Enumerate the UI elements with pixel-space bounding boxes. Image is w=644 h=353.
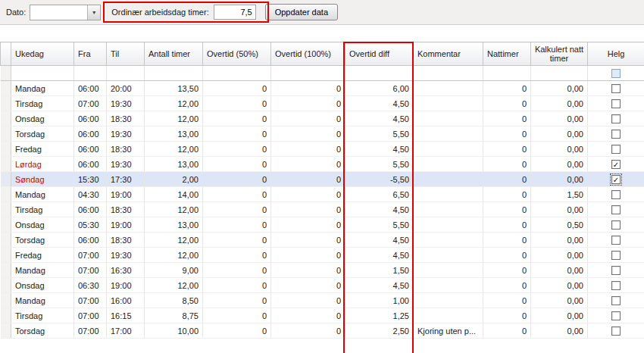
cell-ukedag[interactable]: Tirsdag <box>11 308 74 323</box>
cell-kommentar[interactable] <box>414 293 483 308</box>
cell-nattimer[interactable]: 0 <box>483 81 531 96</box>
cell-nattimer[interactable]: 0 <box>483 217 531 233</box>
cell-ot50[interactable]: 0 <box>203 248 271 263</box>
table-row[interactable]: Lørdag06:0019:3013,00005,5000,00✓ <box>1 157 644 172</box>
helg-checkbox[interactable] <box>611 145 621 154</box>
ordinaer-timer-input[interactable] <box>214 5 256 20</box>
cell-til[interactable]: 20:00 <box>107 81 145 96</box>
cell-nattimer[interactable]: 0 <box>483 187 531 202</box>
cell-kalk[interactable]: 0,00 <box>531 81 588 96</box>
filter-til[interactable] <box>107 66 145 81</box>
cell-otdiff[interactable]: 6,00 <box>345 81 414 96</box>
cell-kalk[interactable]: 0,00 <box>531 293 588 308</box>
cell-fra[interactable]: 06:00 <box>74 202 107 217</box>
cell-ot100[interactable]: 0 <box>271 248 345 263</box>
cell-ukedag[interactable]: Torsdag <box>11 323 74 339</box>
cell-ot50[interactable]: 0 <box>203 157 271 172</box>
cell-fra[interactable]: 07:00 <box>74 293 107 308</box>
table-row[interactable]: Fredag06:0018:3012,00004,5000,00 <box>1 142 644 157</box>
row-selector[interactable] <box>1 278 11 293</box>
cell-ukedag[interactable]: Mandag <box>11 81 74 96</box>
cell-til[interactable]: 19:30 <box>107 96 145 111</box>
cell-fra[interactable]: 06:00 <box>74 233 107 248</box>
cell-helg[interactable] <box>588 217 644 233</box>
cell-kommentar[interactable] <box>414 202 483 217</box>
cell-antall[interactable]: 13,50 <box>145 81 203 96</box>
cell-helg[interactable] <box>588 323 644 339</box>
table-row[interactable]: Mandag04:3019:0014,00006,5001,50 <box>1 187 644 202</box>
cell-antall[interactable]: 12,00 <box>145 142 203 157</box>
cell-nattimer[interactable]: 0 <box>483 202 531 217</box>
cell-til[interactable]: 19:00 <box>107 187 145 202</box>
row-selector[interactable] <box>1 293 11 308</box>
cell-til[interactable]: 19:00 <box>107 278 145 293</box>
cell-antall[interactable]: 12,00 <box>145 233 203 248</box>
cell-ukedag[interactable]: Lørdag <box>11 157 74 172</box>
table-row[interactable]: Mandag06:0020:0013,50006,0000,00 <box>1 81 644 96</box>
row-selector[interactable] <box>1 202 11 217</box>
row-selector[interactable] <box>1 248 11 263</box>
filter-fra[interactable] <box>74 66 107 81</box>
cell-nattimer[interactable]: 0 <box>483 157 531 172</box>
cell-fra[interactable]: 15:30 <box>74 172 107 187</box>
cell-kalk[interactable]: 0,00 <box>531 96 588 111</box>
table-row[interactable]: Søndag15:3017:302,0000-5,5000,00✓ <box>1 172 644 187</box>
col-kommentar[interactable]: Kommentar <box>414 42 483 66</box>
table-row[interactable]: Torsdag07:0017:0010,00002,50Kjoring uten… <box>1 323 644 339</box>
cell-kommentar[interactable] <box>414 248 483 263</box>
col-overtid-50[interactable]: Overtid (50%) <box>203 42 271 66</box>
col-antall-timer[interactable]: Antall timer <box>145 42 203 66</box>
row-selector[interactable] <box>1 217 11 233</box>
table-row[interactable]: Onsdag06:3019:0012,00004,5000,00 <box>1 278 644 293</box>
cell-otdiff[interactable]: 1,50 <box>345 263 414 278</box>
cell-kalk[interactable]: 0,00 <box>531 127 588 142</box>
cell-helg[interactable] <box>588 96 644 111</box>
cell-kommentar[interactable] <box>414 111 483 127</box>
cell-helg[interactable] <box>588 308 644 323</box>
table-row[interactable]: Tirsdag06:0018:3012,00004,5000,00 <box>1 202 644 217</box>
cell-ot50[interactable]: 0 <box>203 233 271 248</box>
cell-antall[interactable]: 12,00 <box>145 96 203 111</box>
cell-helg[interactable]: ✓ <box>588 172 644 187</box>
helg-checkbox[interactable] <box>611 114 621 123</box>
helg-checkbox[interactable] <box>611 205 621 214</box>
row-selector[interactable] <box>1 323 11 339</box>
cell-helg[interactable] <box>588 233 644 248</box>
cell-kalk[interactable]: 0,00 <box>531 248 588 263</box>
helg-checkbox[interactable] <box>611 266 621 275</box>
cell-ukedag[interactable]: Onsdag <box>11 217 74 233</box>
cell-ukedag[interactable]: Mandag <box>11 293 74 308</box>
cell-nattimer[interactable]: 0 <box>483 142 531 157</box>
cell-ot100[interactable]: 0 <box>271 111 345 127</box>
cell-ot100[interactable]: 0 <box>271 81 345 96</box>
cell-ot50[interactable]: 0 <box>203 81 271 96</box>
cell-helg[interactable] <box>588 127 644 142</box>
cell-til[interactable]: 19:30 <box>107 157 145 172</box>
cell-helg[interactable] <box>588 202 644 217</box>
cell-ot50[interactable]: 0 <box>203 293 271 308</box>
cell-fra[interactable]: 07:00 <box>74 308 107 323</box>
row-selector[interactable] <box>1 172 11 187</box>
cell-ot100[interactable]: 0 <box>271 323 345 339</box>
helg-checkbox[interactable] <box>611 251 621 260</box>
cell-til[interactable]: 16:00 <box>107 293 145 308</box>
helg-checkbox[interactable] <box>611 326 621 336</box>
cell-ot100[interactable]: 0 <box>271 263 345 278</box>
cell-ot50[interactable]: 0 <box>203 308 271 323</box>
table-row[interactable]: Fredag07:0019:3012,00004,5000,00 <box>1 248 644 263</box>
cell-antall[interactable]: 8,50 <box>145 293 203 308</box>
cell-ukedag[interactable]: Søndag <box>11 172 74 187</box>
cell-ot100[interactable]: 0 <box>271 187 345 202</box>
helg-checkbox[interactable] <box>611 311 621 320</box>
cell-kalk[interactable]: 0,00 <box>531 157 588 172</box>
cell-ot100[interactable]: 0 <box>271 278 345 293</box>
cell-kommentar[interactable] <box>414 233 483 248</box>
filter-antall-timer[interactable] <box>145 66 203 81</box>
cell-otdiff[interactable]: 4,50 <box>345 96 414 111</box>
row-selector[interactable] <box>1 142 11 157</box>
cell-nattimer[interactable]: 0 <box>483 233 531 248</box>
filter-kommentar[interactable] <box>414 66 483 81</box>
col-kalkulert-natt-timer[interactable]: Kalkulert natt timer <box>531 42 588 66</box>
cell-ot50[interactable]: 0 <box>203 96 271 111</box>
filter-overtid-100[interactable] <box>271 66 345 81</box>
